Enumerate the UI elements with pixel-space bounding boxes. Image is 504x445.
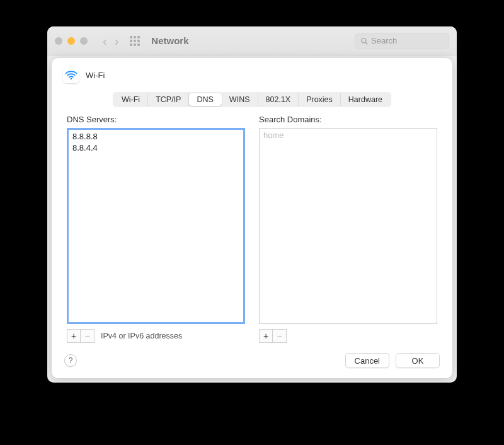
dns-hint: IPv4 or IPv6 addresses xyxy=(101,332,182,340)
interface-label: Wi-Fi xyxy=(86,71,105,80)
wifi-icon xyxy=(63,67,79,83)
dns-servers-label: DNS Servers: xyxy=(67,115,245,124)
cancel-button[interactable]: Cancel xyxy=(345,353,389,368)
nav-arrows: ‹ › xyxy=(103,35,118,47)
search-domains-label: Search Domains: xyxy=(259,115,437,124)
svg-point-2 xyxy=(71,78,72,80)
remove-dns-button[interactable]: − xyxy=(81,329,94,343)
tab-tcpip[interactable]: TCP/IP xyxy=(148,93,189,106)
list-item[interactable]: 8.8.4.4 xyxy=(72,142,239,154)
dns-list-controls: + − IPv4 or IPv6 addresses xyxy=(67,329,245,343)
close-window-icon[interactable] xyxy=(55,37,62,45)
minimize-window-icon[interactable] xyxy=(67,37,75,45)
tab-dns[interactable]: DNS xyxy=(189,93,221,106)
content-area: DNS Servers: 8.8.8.8 8.8.4.4 + − IPv4 or… xyxy=(52,115,452,343)
sheet-footer: ? Cancel OK xyxy=(52,343,452,378)
zoom-window-icon[interactable] xyxy=(80,37,88,45)
dns-servers-column: DNS Servers: 8.8.8.8 8.8.4.4 + − IPv4 or… xyxy=(67,115,245,343)
tab-wins[interactable]: WINS xyxy=(222,93,258,106)
tab-8021x[interactable]: 802.1X xyxy=(258,93,299,106)
search-input[interactable]: Search xyxy=(355,33,449,49)
remove-search-domain-button[interactable]: − xyxy=(273,329,287,343)
add-dns-button[interactable]: + xyxy=(67,329,81,343)
add-search-domain-button[interactable]: + xyxy=(259,329,273,343)
help-button[interactable]: ? xyxy=(64,354,77,367)
search-placeholder: Search xyxy=(371,36,397,45)
show-all-icon[interactable] xyxy=(130,36,140,46)
list-item[interactable]: 8.8.8.8 xyxy=(72,131,239,142)
ok-button[interactable]: OK xyxy=(396,353,440,368)
tab-wifi[interactable]: Wi-Fi xyxy=(114,93,148,106)
window-title: Network xyxy=(151,35,188,46)
search-domains-list[interactable]: home xyxy=(259,128,437,324)
preferences-window: ‹ › Network Search Wi-Fi Wi- xyxy=(47,26,457,383)
dns-servers-list[interactable]: 8.8.8.8 8.8.4.4 xyxy=(67,128,245,324)
search-icon xyxy=(360,37,368,45)
back-button[interactable]: ‹ xyxy=(103,35,107,47)
window-controls xyxy=(55,37,88,45)
tab-proxies[interactable]: Proxies xyxy=(299,93,341,106)
titlebar: ‹ › Network Search xyxy=(47,26,457,55)
tab-bar: Wi-Fi TCP/IP DNS WINS 802.1X Proxies Har… xyxy=(113,92,391,107)
settings-sheet: Wi-Fi Wi-Fi TCP/IP DNS WINS 802.1X Proxi… xyxy=(52,58,452,378)
svg-line-1 xyxy=(365,42,367,44)
svg-point-0 xyxy=(362,38,367,43)
forward-button[interactable]: › xyxy=(115,35,119,47)
sheet-header: Wi-Fi xyxy=(52,58,452,86)
search-domains-controls: + − xyxy=(259,329,437,343)
search-domains-column: Search Domains: home + − xyxy=(259,115,437,343)
search-domains-placeholder: home xyxy=(260,129,437,142)
tab-hardware[interactable]: Hardware xyxy=(341,93,390,106)
